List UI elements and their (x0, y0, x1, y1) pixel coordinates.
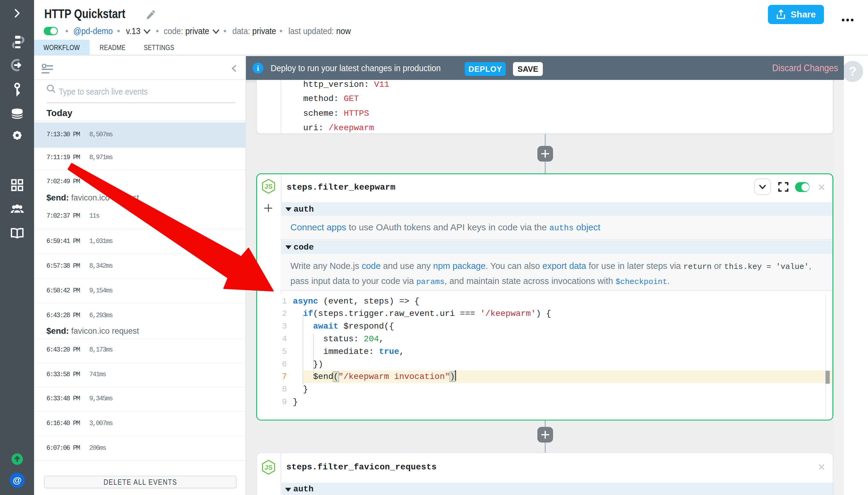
svg-text:@: @ (13, 475, 21, 485)
svg-text:JS: JS (265, 464, 273, 471)
svg-text:JS: JS (265, 183, 273, 190)
svg-text:i: i (257, 64, 259, 72)
